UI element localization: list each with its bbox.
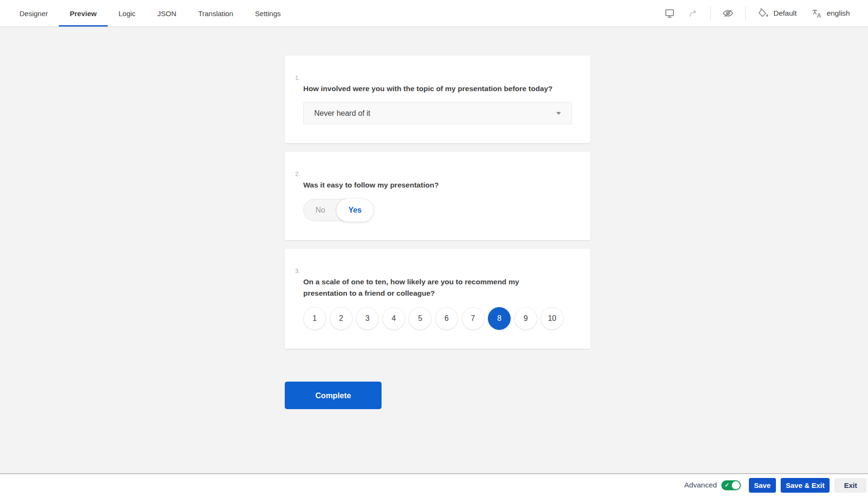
question-card-2: 2.Was it easy to follow my presentation?… bbox=[285, 152, 590, 240]
question-card-1: 1.How involved were you with the topic o… bbox=[285, 56, 590, 143]
question-2-title: 2.Was it easy to follow my presentation? bbox=[303, 168, 572, 191]
top-toolbar: Designer Preview Logic JSON Translation … bbox=[0, 0, 868, 27]
theme-selector[interactable]: Default bbox=[753, 5, 802, 22]
rating-4[interactable]: 4 bbox=[383, 307, 405, 330]
question-1-title: 1.How involved were you with the topic o… bbox=[303, 72, 572, 94]
hide-panel-button[interactable] bbox=[719, 4, 737, 23]
toolbar-divider bbox=[710, 7, 711, 20]
question-3-title-text: On a scale of one to ten, how likely are… bbox=[303, 278, 519, 297]
tab-designer[interactable]: Designer bbox=[9, 0, 59, 27]
advanced-toggle-group: Advanced ✓ bbox=[684, 480, 741, 490]
rating-6[interactable]: 6 bbox=[435, 307, 458, 330]
exit-button[interactable]: Exit bbox=[834, 478, 867, 493]
question-2-title-text: Was it easy to follow my presentation? bbox=[303, 181, 439, 189]
redo-button[interactable] bbox=[684, 4, 703, 23]
question-2-number: 2. bbox=[295, 170, 300, 178]
paint-bucket-icon bbox=[758, 8, 769, 19]
tab-json[interactable]: JSON bbox=[147, 0, 187, 27]
tab-preview[interactable]: Preview bbox=[59, 0, 108, 27]
tab-logic[interactable]: Logic bbox=[108, 0, 147, 27]
question-1-dropdown[interactable]: Never heard of it bbox=[303, 102, 572, 124]
question-3-number: 3. bbox=[295, 267, 300, 275]
rating-2[interactable]: 2 bbox=[330, 307, 353, 330]
rating-7[interactable]: 7 bbox=[462, 307, 485, 330]
svg-text:A: A bbox=[817, 12, 821, 19]
question-1-title-text: How involved were you with the topic of … bbox=[303, 84, 552, 93]
advanced-label: Advanced bbox=[684, 481, 717, 489]
rating-9[interactable]: 9 bbox=[514, 307, 537, 330]
survey-column: 1.How involved were you with the topic o… bbox=[285, 27, 590, 409]
footer-bar: Advanced ✓ Save Save & Exit Exit bbox=[0, 473, 868, 496]
rating-5[interactable]: 5 bbox=[409, 307, 431, 330]
boolean-toggle[interactable]: No Yes bbox=[303, 199, 373, 221]
save-button[interactable]: Save bbox=[749, 478, 776, 493]
rating-8-selected[interactable]: 8 bbox=[488, 307, 511, 330]
boolean-thumb[interactable]: Yes bbox=[336, 199, 373, 222]
advanced-switch[interactable]: ✓ bbox=[721, 480, 741, 490]
rating-1[interactable]: 1 bbox=[303, 307, 326, 330]
toolbar-divider bbox=[745, 7, 746, 20]
device-preview-button[interactable] bbox=[660, 4, 679, 23]
rating-scale: 1 2 3 4 5 6 7 8 9 10 bbox=[303, 307, 572, 330]
complete-button[interactable]: Complete bbox=[285, 382, 382, 409]
toolbar-actions: Default A english bbox=[660, 0, 855, 27]
boolean-yes-label: Yes bbox=[348, 206, 362, 215]
rating-10[interactable]: 10 bbox=[541, 307, 563, 330]
tab-translation[interactable]: Translation bbox=[187, 0, 244, 27]
boolean-no-label[interactable]: No bbox=[304, 206, 337, 215]
check-icon: ✓ bbox=[725, 481, 729, 489]
dropdown-selected-value: Never heard of it bbox=[314, 109, 370, 118]
save-and-exit-button[interactable]: Save & Exit bbox=[781, 478, 830, 493]
translate-icon: A bbox=[811, 8, 822, 19]
theme-label: Default bbox=[774, 9, 797, 18]
question-card-3: 3.On a scale of one to ten, how likely a… bbox=[285, 249, 590, 349]
tab-settings[interactable]: Settings bbox=[244, 0, 291, 27]
switch-knob bbox=[732, 481, 740, 489]
monitor-icon bbox=[664, 8, 675, 19]
language-label: english bbox=[827, 9, 850, 18]
eye-slash-icon bbox=[722, 7, 734, 19]
survey-preview-area: 1.How involved were you with the topic o… bbox=[0, 27, 868, 473]
language-selector[interactable]: A english bbox=[806, 5, 855, 22]
question-3-title: 3.On a scale of one to ten, how likely a… bbox=[303, 265, 572, 299]
redo-arrow-icon bbox=[688, 8, 699, 19]
question-1-number: 1. bbox=[295, 74, 300, 82]
tab-bar: Designer Preview Logic JSON Translation … bbox=[9, 0, 291, 27]
chevron-down-icon bbox=[556, 112, 561, 115]
rating-3[interactable]: 3 bbox=[356, 307, 379, 330]
